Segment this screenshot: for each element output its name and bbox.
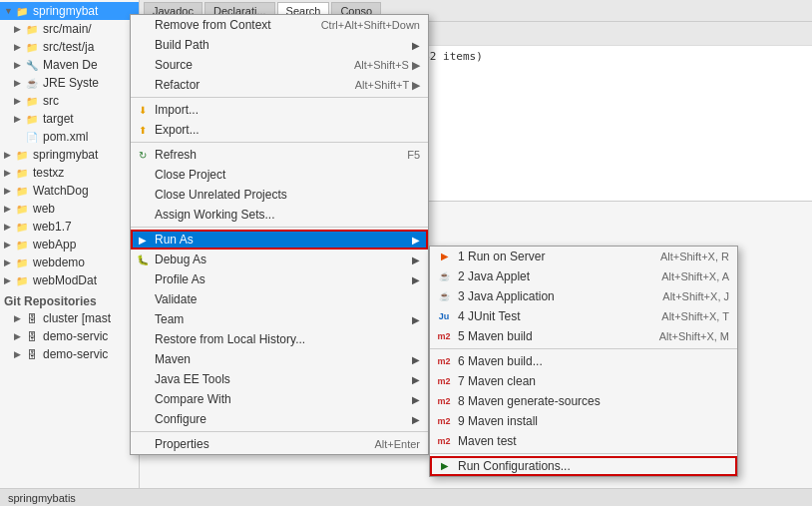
menu-item-refresh[interactable]: ↻ Refresh F5 xyxy=(131,145,428,165)
menu-item-remove-context[interactable]: Remove from Context Ctrl+Alt+Shift+Down xyxy=(131,15,428,35)
folder-icon: 📁 xyxy=(24,21,40,37)
submenu-label: Run Configurations... xyxy=(458,459,571,473)
tree-arrow: ▶ xyxy=(14,331,24,341)
folder-icon: 📁 xyxy=(24,39,40,55)
submenu-shortcut: Alt+Shift+X, M xyxy=(659,330,729,342)
menu-label: Build Path xyxy=(155,38,209,52)
menu-item-import[interactable]: ⬇ Import... xyxy=(131,100,428,120)
run-icon: ▶ xyxy=(135,232,151,248)
tree-arrow: ▶ xyxy=(4,186,14,196)
submenu-arrow-icon: ▶ xyxy=(412,235,420,246)
folder-icon: 📁 xyxy=(24,93,40,109)
submenu-item-run-on-server[interactable]: ▶ 1 Run on Server Alt+Shift+X, R xyxy=(430,247,737,266)
tree-item-web[interactable]: ▶ 📁 web xyxy=(0,200,139,218)
menu-item-profile-as[interactable]: Profile As ▶ xyxy=(131,269,428,289)
menu-label: Maven xyxy=(155,352,191,366)
tree-item-srcmain[interactable]: ▶ 📁 src/main/ xyxy=(0,20,139,38)
menu-item-configure[interactable]: Configure ▶ xyxy=(131,409,428,429)
tree-item-watchdog[interactable]: ▶ 📁 WatchDog xyxy=(0,182,139,200)
server-icon: ▶ xyxy=(434,249,454,264)
submenu-item-java-applet[interactable]: ☕ 2 Java Applet Alt+Shift+X, A xyxy=(430,266,737,286)
tree-item-webdemo[interactable]: ▶ 📁 webdemo xyxy=(0,253,139,271)
submenu-label: 2 Java Applet xyxy=(458,269,530,283)
tree-arrow: ▶ xyxy=(14,96,24,106)
menu-item-team[interactable]: Team ▶ xyxy=(131,309,428,329)
menu-label: Team xyxy=(155,312,184,326)
submenu-label: 1 Run on Server xyxy=(458,250,545,263)
tree-item-jre[interactable]: ▶ ☕ JRE Syste xyxy=(0,74,139,92)
menu-item-close-project[interactable]: Close Project xyxy=(131,165,428,185)
maven-icon: m2 xyxy=(434,373,454,389)
tree-label: src/test/ja xyxy=(43,40,94,54)
menu-item-source[interactable]: Source Alt+Shift+S ▶ xyxy=(131,55,428,75)
tree-arrow: ▶ xyxy=(4,222,14,232)
menu-item-assign-sets[interactable]: Assign Working Sets... xyxy=(131,205,428,225)
submenu-item-maven-generate[interactable]: m2 8 Maven generate-sources xyxy=(430,391,737,411)
export-icon: ⬆ xyxy=(135,122,151,138)
tree-arrow: ▶ xyxy=(14,349,24,359)
menu-item-build-path[interactable]: Build Path ▶ xyxy=(131,35,428,55)
menu-item-run-as[interactable]: ▶ Run As ▶ xyxy=(131,230,428,250)
folder-icon: 📁 xyxy=(24,111,40,127)
maven-icon: 🔧 xyxy=(24,57,40,73)
submenu-item-maven-build-dots[interactable]: m2 6 Maven build... xyxy=(430,351,737,371)
submenu-shortcut: Alt+Shift+X, J xyxy=(662,290,729,302)
tree-arrow: ▶ xyxy=(14,78,24,88)
folder-icon: 📁 xyxy=(14,165,30,181)
submenu-item-run-configurations[interactable]: ▶ Run Configurations... xyxy=(430,456,737,476)
menu-item-debug-as[interactable]: 🐛 Debug As ▶ xyxy=(131,250,428,269)
menu-item-export[interactable]: ⬆ Export... xyxy=(131,120,428,140)
menu-item-maven[interactable]: Maven ▶ xyxy=(131,349,428,369)
submenu-item-junit[interactable]: Ju 4 JUnit Test Alt+Shift+X, T xyxy=(430,306,737,326)
tree-item-springmybat[interactable]: ▼ 📁 springmybat xyxy=(0,2,139,20)
tree-item-cluster[interactable]: ▶ 🗄 cluster [mast xyxy=(0,309,139,327)
tree-item-testxz[interactable]: ▶ 📁 testxz xyxy=(0,164,139,182)
submenu-item-java-app[interactable]: ☕ 3 Java Application Alt+Shift+X, J xyxy=(430,286,737,306)
menu-shortcut: Alt+Shift+T ▶ xyxy=(355,79,420,92)
tree-label: web1.7 xyxy=(33,220,72,234)
menu-item-restore-history[interactable]: Restore from Local History... xyxy=(131,329,428,349)
tree-item-pomxml[interactable]: ▶ 📄 pom.xml xyxy=(0,128,139,146)
submenu-item-maven-build[interactable]: m2 5 Maven build Alt+Shift+X, M xyxy=(430,326,737,346)
submenu-arrow-icon: ▶ xyxy=(412,314,420,325)
tree-arrow: ▶ xyxy=(14,24,24,34)
submenu-label: Maven test xyxy=(458,434,517,448)
submenu-arrow-icon: ▶ xyxy=(412,414,420,425)
submenu-item-maven-test[interactable]: m2 Maven test xyxy=(430,431,737,451)
repo-icon: 🗄 xyxy=(24,310,40,326)
tree-item-demo1[interactable]: ▶ 🗄 demo-servic xyxy=(0,327,139,345)
menu-item-javaee-tools[interactable]: Java EE Tools ▶ xyxy=(131,369,428,389)
submenu-run-as: ▶ 1 Run on Server Alt+Shift+X, R ☕ 2 Jav… xyxy=(429,246,738,477)
tree-label: testxz xyxy=(33,166,64,180)
menu-item-refactor[interactable]: Refactor Alt+Shift+T ▶ xyxy=(131,75,428,95)
menu-label: Close Unrelated Projects xyxy=(155,188,287,202)
menu-item-close-unrelated[interactable]: Close Unrelated Projects xyxy=(131,185,428,205)
folder-icon: 📁 xyxy=(14,3,30,19)
git-section-label: Git Repositories xyxy=(4,294,97,308)
debug-icon: 🐛 xyxy=(135,252,151,267)
tree-label: Maven De xyxy=(43,58,98,72)
tree-item-webmoddat[interactable]: ▶ 📁 webModDat xyxy=(0,271,139,289)
tree-item-webapp[interactable]: ▶ 📁 webApp xyxy=(0,236,139,253)
tree-item-target[interactable]: ▶ 📁 target xyxy=(0,110,139,128)
tree-item-mavende[interactable]: ▶ 🔧 Maven De xyxy=(0,56,139,74)
tree-item-demo2[interactable]: ▶ 🗄 demo-servic xyxy=(0,345,139,363)
tree-item-web17[interactable]: ▶ 📁 web1.7 xyxy=(0,218,139,236)
menu-separator xyxy=(131,431,428,432)
menu-item-properties[interactable]: Properties Alt+Enter xyxy=(131,434,428,454)
submenu-shortcut: Alt+Shift+X, A xyxy=(661,270,729,282)
tree-label: src xyxy=(43,94,59,108)
tree-label: springmybat xyxy=(33,4,98,18)
submenu-label: 5 Maven build xyxy=(458,329,533,343)
submenu-item-maven-clean[interactable]: m2 7 Maven clean xyxy=(430,371,737,391)
menu-item-validate[interactable]: Validate xyxy=(131,289,428,309)
submenu-item-maven-install[interactable]: m2 9 Maven install xyxy=(430,411,737,431)
menu-item-compare-with[interactable]: Compare With ▶ xyxy=(131,389,428,409)
tree-item-srctest[interactable]: ▶ 📁 src/test/ja xyxy=(0,38,139,56)
repo-icon: 🗄 xyxy=(24,328,40,344)
submenu-label: 8 Maven generate-sources xyxy=(458,394,601,408)
menu-label: Restore from Local History... xyxy=(155,332,305,346)
tree-item-springmybat2[interactable]: ▶ 📁 springmybat xyxy=(0,146,139,164)
tree-item-src[interactable]: ▶ 📁 src xyxy=(0,92,139,110)
menu-shortcut: Ctrl+Alt+Shift+Down xyxy=(321,19,420,31)
